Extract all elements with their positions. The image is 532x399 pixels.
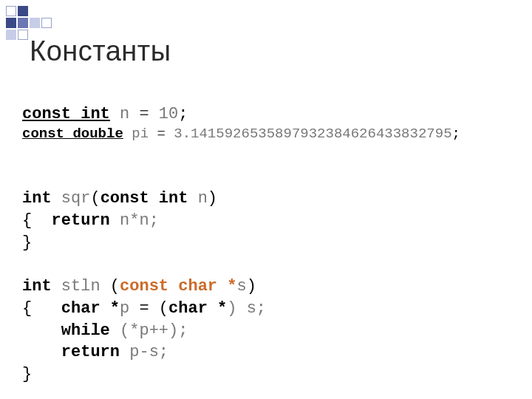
code-line: while (*p++); (22, 321, 188, 340)
identifier: pi (123, 126, 149, 142)
identifier: s (236, 277, 246, 296)
deco-square (18, 6, 28, 16)
keyword: int (22, 189, 52, 208)
literal: 10 (159, 105, 178, 123)
keyword: while (61, 321, 110, 340)
identifier: n (110, 105, 129, 123)
code-line: } (22, 365, 32, 383)
identifier: sqr (52, 189, 91, 208)
deco-square (30, 18, 40, 28)
deco-square (18, 30, 28, 40)
expression: ) s; (227, 299, 266, 318)
code-line: return p-s; (22, 343, 168, 361)
code-line: } (22, 233, 32, 252)
expression: p-s; (120, 343, 168, 361)
deco-square (41, 18, 52, 28)
punct: } (22, 365, 32, 383)
code-line: { return n*n; (22, 211, 159, 230)
punct: ; (178, 105, 188, 123)
code-line: { char *p = (char *) s; (22, 299, 266, 318)
operator: = ( (129, 299, 168, 318)
operator: = (129, 105, 159, 123)
slide: Константы const int n = 10; const double… (0, 0, 532, 399)
punct: { (22, 299, 61, 318)
identifier: p (120, 299, 129, 318)
keyword: char * (168, 299, 227, 318)
keyword: const int (22, 105, 110, 123)
expression: (*p++); (110, 321, 188, 340)
keyword-highlight: const char * (120, 277, 236, 296)
code-block: const int n = 10; const double pi = 3.14… (22, 81, 510, 386)
deco-square (6, 6, 16, 16)
punct: ( (90, 189, 100, 208)
punct: { (22, 211, 52, 230)
code-line: int stln (const char *s) (22, 277, 256, 296)
keyword: return (61, 343, 120, 361)
identifier: stln (52, 277, 110, 296)
keyword: char * (61, 299, 120, 318)
punct: ; (452, 126, 460, 142)
punct: ( (110, 277, 120, 296)
slide-title: Константы (30, 35, 171, 67)
punct: } (22, 233, 32, 252)
keyword: return (52, 211, 110, 230)
keyword: const int (100, 189, 188, 208)
literal: 3.1415926535897932384626433832795 (174, 126, 451, 142)
deco-square (18, 18, 28, 28)
punct: ) (247, 277, 256, 296)
punct: ) (208, 189, 217, 208)
identifier: n (188, 189, 207, 208)
expression: n*n; (110, 211, 159, 230)
code-line: const double pi = 3.14159265358979323846… (22, 125, 510, 144)
indent (22, 321, 61, 340)
deco-square (6, 30, 16, 40)
deco-square (6, 18, 16, 28)
code-line: int sqr(const int n) (22, 189, 217, 208)
code-line: const int n = 10; (22, 105, 188, 123)
indent (22, 343, 61, 361)
operator: = (149, 126, 174, 142)
keyword: const double (22, 126, 123, 142)
keyword: int (22, 277, 52, 296)
